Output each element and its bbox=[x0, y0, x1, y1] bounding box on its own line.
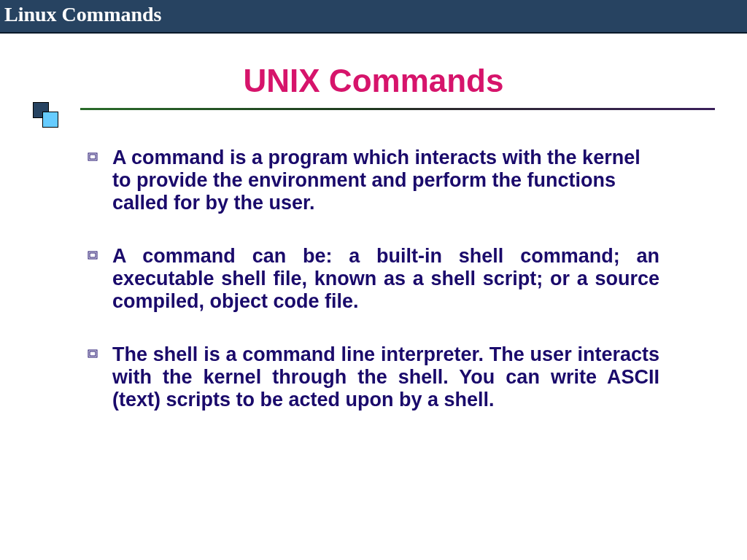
bullet-icon bbox=[88, 152, 99, 164]
bullet-item: A command can be: a built-in shell comma… bbox=[88, 245, 659, 313]
bullet-text: A command is a program which interacts w… bbox=[112, 147, 659, 214]
title-row: UNIX Commands bbox=[36, 63, 711, 99]
svg-rect-5 bbox=[90, 351, 96, 356]
bullet-item: A command is a program which interacts w… bbox=[88, 147, 659, 214]
bullet-item: The shell is a command line interpreter.… bbox=[88, 343, 659, 411]
bullet-icon bbox=[88, 251, 99, 262]
bullet-text: The shell is a command line interpreter.… bbox=[112, 343, 659, 411]
header-title: Linux Commands bbox=[4, 3, 740, 26]
slide: Linux Commands UNIX Commands A command i… bbox=[0, 0, 747, 560]
square-light bbox=[42, 112, 58, 128]
bullet-list: A command is a program which interacts w… bbox=[88, 147, 659, 411]
slide-body: UNIX Commands A command is a program whi… bbox=[0, 34, 747, 411]
slide-title: UNIX Commands bbox=[244, 63, 504, 99]
corner-decoration bbox=[33, 102, 62, 131]
bullet-icon bbox=[88, 349, 99, 361]
svg-rect-3 bbox=[90, 253, 96, 257]
title-underline bbox=[80, 108, 715, 110]
bullet-text: A command can be: a built-in shell comma… bbox=[112, 245, 659, 313]
header-bar: Linux Commands bbox=[0, 0, 747, 34]
svg-rect-1 bbox=[90, 155, 96, 159]
